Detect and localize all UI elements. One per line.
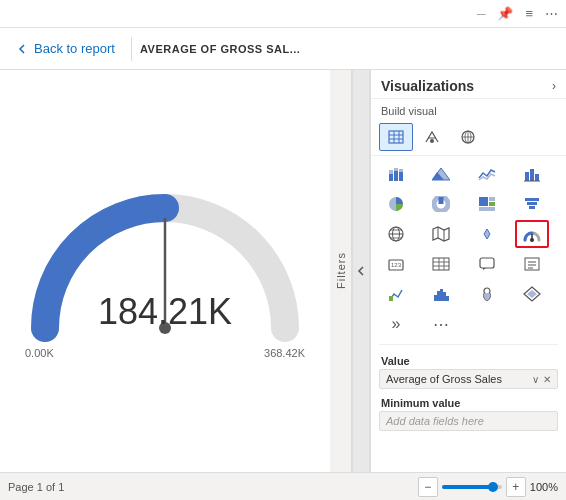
zoom-percentage: 100%	[530, 481, 558, 493]
gauge-chart-icon	[523, 227, 541, 242]
collapse-arrow-icon	[356, 263, 366, 279]
viz-icon-stacked-bar[interactable]	[379, 160, 413, 188]
viz-icon-globe[interactable]	[379, 220, 413, 248]
scatter-icon	[478, 226, 496, 242]
back-label: Back to report	[34, 41, 115, 56]
svg-rect-14	[399, 172, 403, 181]
svg-marker-39	[484, 229, 490, 239]
viz-icon-treemap[interactable]	[470, 190, 504, 218]
zoom-minus-button[interactable]: −	[418, 477, 438, 497]
value-field-text: Average of Gross Sales	[386, 373, 528, 385]
filters-tab[interactable]: Filters	[330, 70, 352, 472]
viz-icon-histogram[interactable]	[424, 280, 458, 308]
viz-icon-diamond[interactable]	[515, 280, 549, 308]
pin-icon[interactable]: 📌	[497, 6, 513, 21]
viz-icon-more[interactable]: ⋯	[424, 310, 458, 338]
diamond-icon	[523, 286, 541, 302]
svg-rect-27	[479, 207, 495, 211]
svg-rect-10	[389, 174, 393, 181]
viz-icon-donut[interactable]	[424, 190, 458, 218]
svg-rect-49	[480, 258, 494, 268]
viz-icon-bar-chart[interactable]	[515, 160, 549, 188]
icon-grid-divider	[379, 344, 558, 345]
viz-icon-pie[interactable]	[379, 190, 413, 218]
text-icon	[523, 256, 541, 272]
viz-icon-funnel[interactable]	[515, 190, 549, 218]
svg-rect-58	[443, 292, 446, 301]
viz-icon-gauge[interactable]	[515, 220, 549, 248]
map-icon	[432, 226, 450, 242]
svg-rect-56	[437, 291, 440, 301]
viz-tab-row	[371, 121, 566, 156]
svg-rect-55	[434, 295, 437, 301]
viz-icon-grid: 123	[371, 156, 566, 342]
kpi-icon	[387, 286, 405, 302]
svg-rect-11	[389, 170, 393, 174]
format-icon	[424, 130, 440, 144]
visualizations-panel: Visualizations › Build visual	[370, 70, 566, 472]
fields-section: Value Average of Gross Sales ∨ ✕ Minimum…	[371, 347, 566, 439]
viz-icon-forward[interactable]: »	[379, 310, 413, 338]
viz-icon-text[interactable]	[515, 250, 549, 278]
gauge-min-label: 0.00K	[25, 347, 54, 359]
svg-rect-15	[399, 169, 403, 172]
svg-rect-57	[440, 289, 443, 301]
histogram-icon	[432, 286, 450, 302]
page-title: AVERAGE OF GROSS SAL...	[140, 43, 300, 55]
zoom-slider[interactable]	[442, 485, 502, 489]
svg-rect-18	[525, 172, 529, 181]
nav-divider	[131, 37, 132, 61]
svg-rect-24	[479, 197, 488, 206]
min-field-add[interactable]: Add data fields here	[379, 411, 558, 431]
pie-icon	[387, 196, 405, 212]
svg-rect-30	[529, 206, 535, 209]
mountain-icon	[432, 166, 450, 182]
viz-icon-card[interactable]: 123	[379, 250, 413, 278]
field-chevron-icon[interactable]: ∨	[532, 374, 539, 385]
viz-icon-table[interactable]	[424, 250, 458, 278]
filter-icon[interactable]: ≡	[525, 6, 533, 21]
svg-rect-12	[394, 171, 398, 181]
viz-icon-mountain[interactable]	[424, 160, 458, 188]
bottom-bar: Page 1 of 1 − + 100%	[0, 472, 566, 500]
back-to-report-button[interactable]: Back to report	[8, 37, 123, 60]
top-bar: ─ 📌 ≡ ⋯	[0, 0, 566, 28]
drag-icon: ─	[477, 7, 486, 21]
viz-panel-arrow[interactable]: ›	[552, 79, 556, 93]
viz-icon-comment[interactable]	[470, 250, 504, 278]
viz-icon-kpi[interactable]	[379, 280, 413, 308]
svg-rect-19	[530, 169, 534, 181]
min-field-label: Minimum value	[379, 393, 558, 411]
page-info: Page 1 of 1	[8, 481, 64, 493]
svg-marker-36	[433, 227, 449, 241]
report-panel: 184.21K 0.00K 368.42K	[0, 70, 330, 472]
zoom-slider-fill	[442, 485, 490, 489]
comment-icon	[478, 256, 496, 272]
zoom-plus-button[interactable]: +	[506, 477, 526, 497]
table-icon	[388, 130, 404, 144]
viz-tab-format[interactable]	[415, 123, 449, 151]
more-icon[interactable]: ⋯	[545, 6, 558, 21]
svg-rect-13	[394, 168, 398, 171]
zoom-controls: − + 100%	[418, 477, 558, 497]
viz-icon-line[interactable]	[470, 160, 504, 188]
field-close-icon[interactable]: ✕	[543, 374, 551, 385]
gauge-labels: 0.00K 368.42K	[25, 347, 305, 359]
viz-tab-analytics[interactable]	[451, 123, 485, 151]
viz-tab-table[interactable]	[379, 123, 413, 151]
viz-icon-scatter[interactable]	[470, 220, 504, 248]
viz-icon-location[interactable]	[470, 280, 504, 308]
collapse-panel-button[interactable]	[352, 70, 370, 472]
funnel-icon	[523, 196, 541, 212]
svg-point-41	[530, 238, 534, 242]
analytics-icon	[460, 130, 476, 144]
filters-label: Filters	[335, 253, 347, 290]
globe-icon	[387, 226, 405, 242]
svg-point-7	[430, 139, 434, 143]
value-field-row[interactable]: Average of Gross Sales ∨ ✕	[379, 369, 558, 389]
svg-rect-20	[535, 174, 539, 181]
svg-rect-59	[446, 296, 449, 301]
svg-rect-28	[525, 198, 539, 201]
viz-icon-map[interactable]	[424, 220, 458, 248]
nav-bar: Back to report AVERAGE OF GROSS SAL...	[0, 28, 566, 70]
